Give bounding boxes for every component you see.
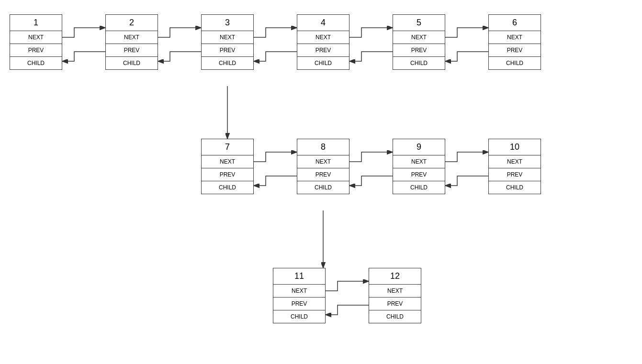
node-4-field-prev: PREV bbox=[297, 44, 349, 57]
arrow-2-3-next bbox=[158, 28, 201, 37]
node-5: 5NEXTPREVCHILD bbox=[393, 14, 445, 70]
node-5-field-prev: PREV bbox=[393, 44, 445, 57]
node-4: 4NEXTPREVCHILD bbox=[297, 14, 349, 70]
node-1-field-child: CHILD bbox=[10, 57, 62, 69]
node-6-field-prev: PREV bbox=[489, 44, 541, 57]
node-7-field-child: CHILD bbox=[202, 181, 253, 194]
arrow-11-12-next bbox=[326, 281, 369, 291]
node-12-title: 12 bbox=[369, 268, 421, 285]
node-5-field-child: CHILD bbox=[393, 57, 445, 69]
node-9-title: 9 bbox=[393, 139, 445, 155]
node-2-field-prev: PREV bbox=[106, 44, 158, 57]
node-8-field-next: NEXT bbox=[297, 155, 349, 168]
node-2-title: 2 bbox=[106, 15, 158, 31]
node-12-field-child: CHILD bbox=[369, 310, 421, 323]
node-10-field-child: CHILD bbox=[489, 181, 541, 194]
node-3-field-prev: PREV bbox=[202, 44, 253, 57]
node-10-field-prev: PREV bbox=[489, 168, 541, 181]
node-1-field-next: NEXT bbox=[10, 31, 62, 44]
arrow-5-6-next bbox=[445, 28, 488, 37]
node-11-field-child: CHILD bbox=[273, 310, 325, 323]
arrow-1-2-next bbox=[62, 28, 105, 37]
node-4-title: 4 bbox=[297, 15, 349, 31]
arrow-9-8-prev bbox=[349, 176, 393, 186]
node-3: 3NEXTPREVCHILD bbox=[201, 14, 254, 70]
arrow-2-1-prev bbox=[62, 52, 105, 61]
node-1-field-prev: PREV bbox=[10, 44, 62, 57]
node-12-field-next: NEXT bbox=[369, 285, 421, 298]
node-7-title: 7 bbox=[202, 139, 253, 155]
node-9-field-next: NEXT bbox=[393, 155, 445, 168]
node-11-field-next: NEXT bbox=[273, 285, 325, 298]
arrow-7-8-next bbox=[254, 152, 297, 162]
arrow-6-5-prev bbox=[445, 52, 488, 61]
node-11-title: 11 bbox=[273, 268, 325, 285]
arrow-12-11-prev bbox=[326, 305, 369, 315]
node-9: 9NEXTPREVCHILD bbox=[393, 139, 445, 194]
node-2-field-child: CHILD bbox=[106, 57, 158, 69]
node-10: 10NEXTPREVCHILD bbox=[488, 139, 541, 194]
node-3-field-next: NEXT bbox=[202, 31, 253, 44]
node-11-field-prev: PREV bbox=[273, 298, 325, 310]
arrow-8-7-prev bbox=[254, 176, 297, 186]
node-5-title: 5 bbox=[393, 15, 445, 31]
node-3-field-child: CHILD bbox=[202, 57, 253, 69]
arrow-9-10-next bbox=[445, 152, 488, 162]
node-6: 6NEXTPREVCHILD bbox=[488, 14, 541, 70]
node-6-field-child: CHILD bbox=[489, 57, 541, 69]
arrow-8-9-next bbox=[349, 152, 393, 162]
diagram: 1NEXTPREVCHILD2NEXTPREVCHILD3NEXTPREVCHI… bbox=[0, 0, 642, 364]
node-4-field-next: NEXT bbox=[297, 31, 349, 44]
node-10-title: 10 bbox=[489, 139, 541, 155]
node-2-field-next: NEXT bbox=[106, 31, 158, 44]
node-8-field-prev: PREV bbox=[297, 168, 349, 181]
node-8-field-child: CHILD bbox=[297, 181, 349, 194]
arrow-4-5-next bbox=[349, 28, 393, 37]
node-9-field-prev: PREV bbox=[393, 168, 445, 181]
arrow-3-2-prev bbox=[158, 52, 201, 61]
arrow-5-4-prev bbox=[349, 52, 393, 61]
node-5-field-next: NEXT bbox=[393, 31, 445, 44]
node-12-field-prev: PREV bbox=[369, 298, 421, 310]
node-11: 11NEXTPREVCHILD bbox=[273, 268, 326, 323]
node-1: 1NEXTPREVCHILD bbox=[10, 14, 62, 70]
node-4-field-child: CHILD bbox=[297, 57, 349, 69]
arrow-4-3-prev bbox=[254, 52, 297, 61]
node-7-field-prev: PREV bbox=[202, 168, 253, 181]
node-3-title: 3 bbox=[202, 15, 253, 31]
node-7: 7NEXTPREVCHILD bbox=[201, 139, 254, 194]
node-8-title: 8 bbox=[297, 139, 349, 155]
node-8: 8NEXTPREVCHILD bbox=[297, 139, 349, 194]
node-6-title: 6 bbox=[489, 15, 541, 31]
node-12: 12NEXTPREVCHILD bbox=[369, 268, 421, 323]
node-2: 2NEXTPREVCHILD bbox=[105, 14, 158, 70]
node-10-field-next: NEXT bbox=[489, 155, 541, 168]
node-7-field-next: NEXT bbox=[202, 155, 253, 168]
arrow-10-9-prev bbox=[445, 176, 488, 186]
node-1-title: 1 bbox=[10, 15, 62, 31]
node-9-field-child: CHILD bbox=[393, 181, 445, 194]
arrow-3-4-next bbox=[254, 28, 297, 37]
node-6-field-next: NEXT bbox=[489, 31, 541, 44]
